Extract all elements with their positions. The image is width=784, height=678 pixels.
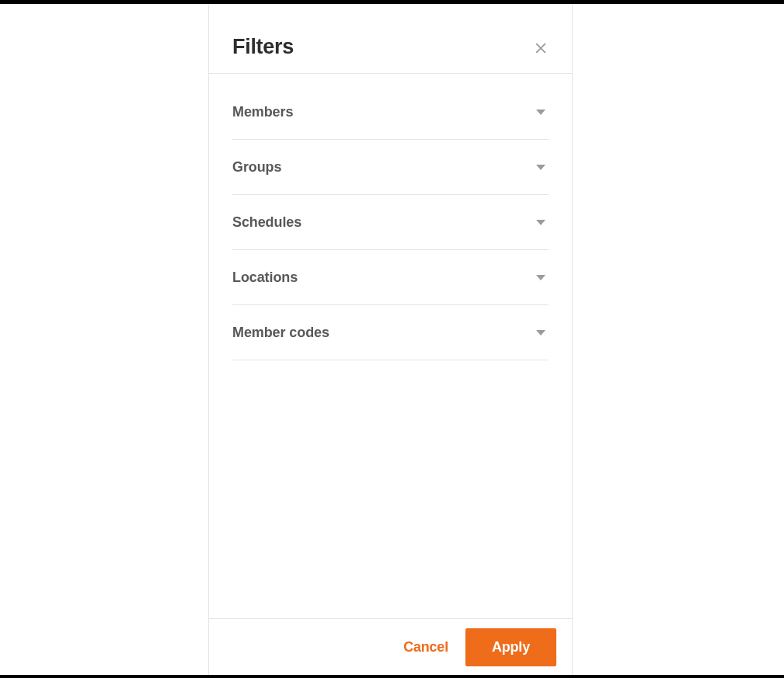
filter-label-schedules: Schedules [232,214,301,231]
apply-button[interactable]: Apply [465,628,556,666]
filter-label-groups: Groups [232,159,281,176]
caret-down-icon [536,330,545,336]
filter-row-groups[interactable]: Groups [232,140,549,195]
filter-row-member-codes[interactable]: Member codes [232,305,549,360]
filter-row-members[interactable]: Members [232,85,549,140]
filters-body: Members Groups Schedules Locations Membe… [209,74,572,618]
caret-down-icon [536,110,545,115]
window-bottom-border [0,675,784,678]
caret-down-icon [536,275,545,280]
filter-row-locations[interactable]: Locations [232,250,549,305]
filter-row-schedules[interactable]: Schedules [232,195,549,250]
filter-label-locations: Locations [232,269,298,286]
panel-title: Filters [232,35,294,59]
close-icon [533,40,549,59]
filters-panel: Filters Members Groups Schedules Locatio… [208,4,573,675]
close-button[interactable] [533,40,549,59]
filters-footer: Cancel Apply [209,618,572,675]
filter-label-member-codes: Member codes [232,325,329,341]
cancel-button[interactable]: Cancel [403,639,448,655]
filters-header: Filters [209,4,572,74]
filter-label-members: Members [232,104,293,120]
caret-down-icon [536,165,545,170]
caret-down-icon [536,220,545,225]
